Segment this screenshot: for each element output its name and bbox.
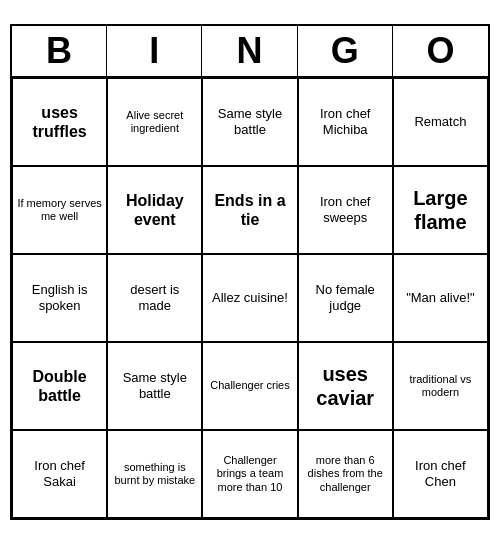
bingo-cell[interactable]: Holiday event — [107, 166, 202, 254]
bingo-cell[interactable]: If memory serves me well — [12, 166, 107, 254]
bingo-cell[interactable]: Iron chef Chen — [393, 430, 488, 518]
bingo-cell[interactable]: Iron chef Sakai — [12, 430, 107, 518]
header-letter: N — [202, 26, 297, 76]
bingo-cell[interactable]: more than 6 dishes from the challenger — [298, 430, 393, 518]
bingo-cell[interactable]: traditional vs modern — [393, 342, 488, 430]
bingo-cell[interactable]: English is spoken — [12, 254, 107, 342]
bingo-cell[interactable]: Challenger brings a team more than 10 — [202, 430, 297, 518]
bingo-cell[interactable]: No female judge — [298, 254, 393, 342]
bingo-cell[interactable]: Large flame — [393, 166, 488, 254]
bingo-cell[interactable]: "Man alive!" — [393, 254, 488, 342]
bingo-cell[interactable]: uses caviar — [298, 342, 393, 430]
bingo-header: BINGO — [12, 26, 488, 78]
bingo-cell[interactable]: uses truffles — [12, 78, 107, 166]
bingo-cell[interactable]: Alive secret ingredient — [107, 78, 202, 166]
bingo-cell[interactable]: Allez cuisine! — [202, 254, 297, 342]
bingo-cell[interactable]: Double battle — [12, 342, 107, 430]
bingo-cell[interactable]: Ends in a tie — [202, 166, 297, 254]
header-letter: I — [107, 26, 202, 76]
bingo-cell[interactable]: Rematch — [393, 78, 488, 166]
bingo-cell[interactable]: desert is made — [107, 254, 202, 342]
bingo-cell[interactable]: something is burnt by mistake — [107, 430, 202, 518]
header-letter: B — [12, 26, 107, 76]
bingo-cell[interactable]: Same style battle — [202, 78, 297, 166]
bingo-cell[interactable]: Challenger cries — [202, 342, 297, 430]
bingo-cell[interactable]: Same style battle — [107, 342, 202, 430]
bingo-grid: uses trufflesAlive secret ingredientSame… — [12, 78, 488, 518]
bingo-cell[interactable]: Iron chef Michiba — [298, 78, 393, 166]
header-letter: G — [298, 26, 393, 76]
header-letter: O — [393, 26, 488, 76]
bingo-cell[interactable]: Iron chef sweeps — [298, 166, 393, 254]
bingo-card: BINGO uses trufflesAlive secret ingredie… — [10, 24, 490, 520]
